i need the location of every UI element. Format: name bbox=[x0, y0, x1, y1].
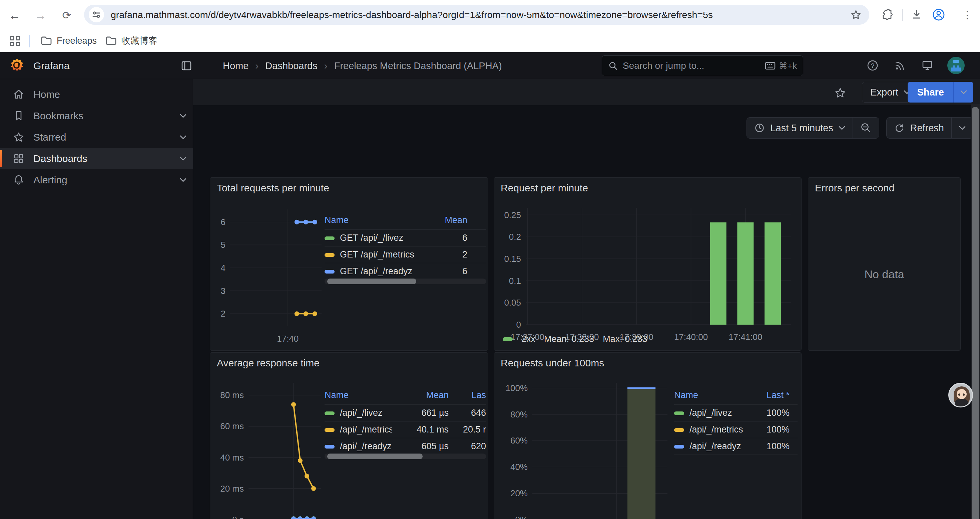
bookmark-folder-blogs[interactable]: 收藏博客 bbox=[101, 32, 162, 50]
series-last: 100% bbox=[757, 405, 797, 422]
series-name[interactable]: /api/_/metrics bbox=[689, 425, 743, 434]
legend-row[interactable]: /api/_/livez 661 µs 646 bbox=[325, 405, 486, 422]
legend-header-mean[interactable]: Mean bbox=[392, 387, 449, 405]
grafana-brand[interactable]: Grafana bbox=[33, 60, 69, 72]
browser-menu-button[interactable]: ⋮ bbox=[960, 7, 975, 22]
sidebar-item-starred[interactable]: Starred bbox=[0, 126, 193, 148]
shortcut-label: ⌘+k bbox=[779, 61, 797, 71]
bookmark-star-icon[interactable] bbox=[850, 9, 862, 21]
help-button[interactable]: ? bbox=[866, 59, 879, 72]
bookmark-folder-freeleaps[interactable]: Freeleaps bbox=[36, 32, 102, 50]
favorite-star-button[interactable] bbox=[834, 86, 846, 99]
sidebar-item-home[interactable]: Home bbox=[0, 84, 193, 105]
sidebar-item-alerting[interactable]: Alerting bbox=[0, 169, 193, 191]
series-name[interactable]: /api/_/livez bbox=[689, 408, 732, 418]
legend-header-name[interactable]: Name bbox=[674, 387, 757, 405]
panel-title[interactable]: Request per minute bbox=[501, 182, 588, 194]
series-mean: 2 bbox=[433, 246, 486, 263]
series-name[interactable]: GET /api/_/readyz bbox=[340, 266, 412, 276]
browser-profile-button[interactable] bbox=[931, 7, 946, 22]
legend-header-last[interactable]: Las bbox=[449, 387, 486, 405]
svg-text:40%: 40% bbox=[510, 462, 528, 472]
back-icon: ← bbox=[9, 8, 21, 22]
assistant-avatar-widget[interactable] bbox=[948, 383, 973, 407]
apps-grid-icon[interactable] bbox=[10, 36, 20, 46]
svg-text:100%: 100% bbox=[506, 383, 528, 393]
legend-header-name[interactable]: Name bbox=[325, 387, 392, 405]
legend-header-name[interactable]: Name bbox=[325, 212, 433, 230]
legend-scrollbar[interactable] bbox=[325, 278, 486, 284]
folder-icon bbox=[41, 36, 52, 46]
legend-row[interactable]: /api/_/readyz 605 µs 620 bbox=[325, 438, 486, 455]
panel-title[interactable]: Errors per second bbox=[815, 182, 894, 194]
legend-row[interactable]: /api/_/livez 100% bbox=[674, 405, 797, 422]
breadcrumb-home[interactable]: Home bbox=[223, 61, 248, 72]
series-max: Max: 0.233 bbox=[603, 334, 648, 344]
chevron-down-icon[interactable] bbox=[180, 135, 187, 140]
legend-row[interactable]: /api/_/metrics 40.1 ms 20.5 r bbox=[325, 422, 486, 438]
series-name[interactable]: GET /api/_/livez bbox=[340, 233, 403, 243]
url-input[interactable] bbox=[111, 10, 850, 21]
chevron-down-icon[interactable] bbox=[180, 178, 187, 182]
sidebar-item-bookmarks[interactable]: Bookmarks bbox=[0, 105, 193, 126]
series-name[interactable]: 2xx bbox=[521, 334, 535, 344]
series-name[interactable]: /api/_/readyz bbox=[340, 441, 391, 451]
bell-icon bbox=[13, 174, 25, 186]
refresh-label: Refresh bbox=[910, 123, 944, 134]
panel-title[interactable]: Average response time bbox=[217, 357, 320, 369]
zoom-out-button[interactable] bbox=[853, 118, 879, 138]
share-button[interactable]: Share bbox=[908, 82, 953, 102]
user-avatar[interactable] bbox=[947, 57, 965, 74]
panel-requests-under-100ms[interactable]: Requests under 100ms 0%20%40%60%80%100%1… bbox=[494, 352, 802, 519]
monitor-icon bbox=[921, 59, 934, 72]
panel-errors-per-second[interactable]: Errors per second No data bbox=[808, 177, 961, 351]
help-icon: ? bbox=[866, 59, 879, 72]
browser-forward-button[interactable]: → bbox=[33, 8, 48, 23]
search-box[interactable]: ⌘+k bbox=[602, 56, 803, 76]
refresh-interval-button[interactable] bbox=[951, 118, 973, 138]
refresh-group: Refresh bbox=[886, 117, 973, 139]
keyboard-icon bbox=[765, 61, 776, 70]
legend-header-last[interactable]: Last * bbox=[757, 387, 797, 405]
address-bar[interactable] bbox=[84, 5, 869, 25]
legend-scrollbar[interactable] bbox=[325, 454, 486, 459]
page-scrollbar[interactable] bbox=[970, 104, 980, 519]
browser-reload-button[interactable]: ⟳ bbox=[59, 8, 74, 23]
svg-text:0%: 0% bbox=[515, 515, 528, 519]
panel-request-per-minute[interactable]: Request per minute 00.050.10.150.20.2517… bbox=[494, 177, 802, 351]
panel-total-requests[interactable]: Total requests per minute 2345617:40 Nam… bbox=[210, 177, 488, 351]
dock-sidebar-icon[interactable] bbox=[180, 59, 193, 72]
extensions-button[interactable] bbox=[879, 7, 894, 22]
dashboards-grid-icon bbox=[13, 153, 25, 164]
panel-title[interactable]: Requests under 100ms bbox=[501, 357, 604, 369]
legend-row[interactable]: GET /api/_/livez 6 bbox=[325, 230, 486, 246]
search-input[interactable] bbox=[623, 61, 760, 71]
refresh-button[interactable]: Refresh bbox=[886, 118, 951, 138]
breadcrumb-chevron-icon: › bbox=[324, 60, 328, 72]
sidebar-item-dashboards[interactable]: Dashboards bbox=[0, 148, 193, 169]
panel-average-response-time[interactable]: Average response time 0 s20 ms40 ms60 ms… bbox=[210, 352, 488, 519]
legend-row[interactable]: GET /api/_/readyz 6 bbox=[325, 263, 486, 280]
legend-header-mean[interactable]: Mean bbox=[433, 212, 486, 230]
chevron-down-icon[interactable] bbox=[180, 156, 187, 161]
legend-row[interactable]: /api/_/metrics 100% bbox=[674, 422, 797, 438]
series-name[interactable]: /api/_/livez bbox=[340, 408, 383, 418]
browser-back-button[interactable]: ← bbox=[7, 8, 22, 23]
grafana-logo[interactable] bbox=[10, 58, 25, 73]
legend-row[interactable]: GET /api/_/metrics 2 bbox=[325, 246, 486, 263]
legend-row[interactable]: /api/_/readyz 100% bbox=[674, 438, 797, 455]
series-name[interactable]: /api/_/readyz bbox=[689, 441, 741, 451]
time-range-picker[interactable]: Last 5 minutes bbox=[747, 118, 853, 138]
chevron-down-icon[interactable] bbox=[180, 113, 187, 118]
series-name[interactable]: GET /api/_/metrics bbox=[340, 249, 414, 260]
series-name[interactable]: /api/_/metrics bbox=[340, 425, 392, 434]
dashboard-toolbar: Export Share bbox=[193, 79, 980, 105]
downloads-button[interactable] bbox=[909, 7, 924, 22]
panel-title[interactable]: Total requests per minute bbox=[217, 182, 329, 194]
site-settings-button[interactable] bbox=[89, 7, 104, 22]
news-button[interactable] bbox=[893, 59, 907, 72]
share-menu-button[interactable] bbox=[953, 82, 973, 102]
breadcrumb-dashboards[interactable]: Dashboards bbox=[265, 61, 317, 72]
kiosk-mode-button[interactable] bbox=[921, 59, 934, 72]
svg-text:0.05: 0.05 bbox=[504, 297, 521, 308]
